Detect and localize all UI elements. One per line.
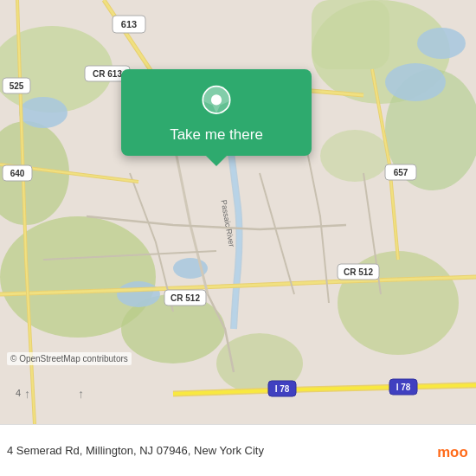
svg-text:657: 657 [394,168,408,177]
svg-text:4: 4 [16,388,21,398]
svg-text:↑: ↑ [24,387,30,401]
map-container: 613 CR 613 525 640 CR 512 CR 512 657 I 7… [0,0,476,424]
svg-text:moovit: moovit [437,444,467,460]
svg-point-13 [417,28,466,59]
moovit-logo-icon: moovit [436,435,467,466]
bottom-bar: 4 Semerad Rd, Millington, NJ 07946, New … [0,424,476,476]
svg-text:613: 613 [121,19,137,29]
map-attribution: © OpenStreetMap contributors [7,352,132,365]
svg-point-10 [320,130,389,182]
svg-text:CR 512: CR 512 [344,267,373,277]
svg-text:CR 613: CR 613 [93,69,122,79]
take-me-there-popup[interactable]: Take me there [121,69,312,156]
moovit-logo: moovit [436,435,467,466]
svg-point-14 [117,281,160,307]
location-pin-icon [199,85,234,119]
svg-text:640: 640 [10,169,25,178]
svg-rect-9 [312,0,389,69]
svg-point-12 [385,63,446,101]
svg-text:I 78: I 78 [396,383,411,392]
svg-text:CR 512: CR 512 [170,293,200,303]
take-me-there-label: Take me there [170,126,263,144]
svg-text:I 78: I 78 [275,384,290,394]
svg-text:525: 525 [10,81,24,91]
svg-text:↑: ↑ [78,387,84,401]
svg-point-11 [19,97,68,128]
address-label: 4 Semerad Rd, Millington, NJ 07946, New … [7,444,436,457]
